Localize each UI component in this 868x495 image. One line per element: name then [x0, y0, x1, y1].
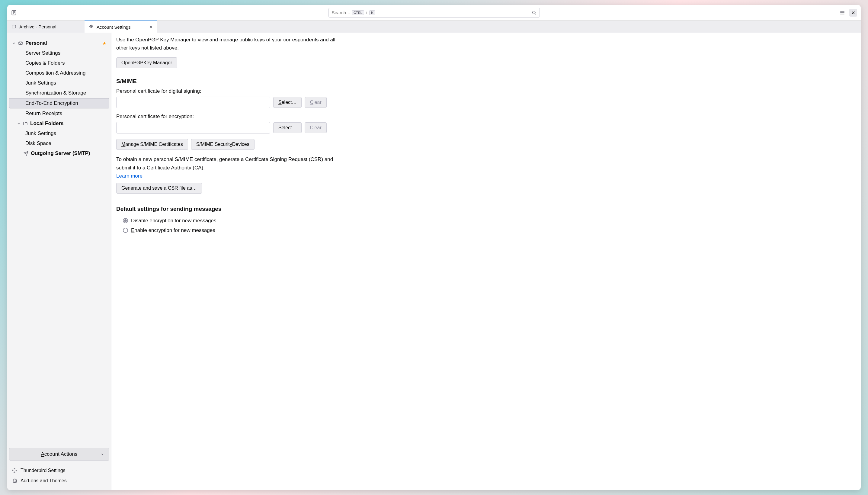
mail-icon — [18, 41, 23, 46]
signing-row: Select… Clear — [116, 97, 856, 108]
search-wrapper: Search… CTRL + K — [116, 8, 752, 18]
tab-archive-personal[interactable]: Archive - Personal — [7, 20, 85, 33]
folder-icon — [12, 24, 16, 29]
radio-label: Disable encryption for new messages — [131, 218, 216, 224]
radio-icon — [123, 218, 128, 223]
sidebar-item-return-receipts[interactable]: Return Receipts — [9, 109, 109, 118]
account-name: Local Folders — [30, 120, 64, 126]
tab-label: Account Settings — [97, 24, 131, 30]
tab-account-settings[interactable]: Account Settings — [85, 20, 157, 33]
titlebar-left — [11, 10, 114, 16]
clear-signing-button[interactable]: Clear — [305, 97, 326, 108]
generate-csr-button[interactable]: Generate and save a CSR file as… — [116, 183, 202, 193]
titlebar-right — [754, 9, 857, 17]
openpgp-key-manager-button[interactable]: OpenPGP Key Manager — [116, 57, 177, 68]
hamburger-icon[interactable] — [839, 10, 845, 15]
learn-more-link[interactable]: Learn more — [116, 173, 142, 179]
radio-disable-encryption[interactable]: Disable encryption for new messages — [116, 216, 856, 226]
search-placeholder: Search… CTRL + K — [332, 10, 532, 15]
csr-info-text: To obtain a new personal S/MIME certific… — [116, 155, 334, 172]
sidebar-item-sync-storage[interactable]: Synchronization & Storage — [9, 88, 109, 98]
close-icon — [851, 11, 855, 15]
link-label: Thunderbird Settings — [20, 468, 66, 473]
select-signing-button[interactable]: Select… — [273, 97, 301, 108]
signing-label: Personal certificate for digital signing… — [116, 88, 856, 94]
smime-heading: S/MIME — [116, 78, 856, 85]
gear-icon — [12, 468, 17, 473]
link-label: Add-ons and Themes — [20, 478, 67, 483]
manage-smime-button[interactable]: Manage S/MIME Certificates — [116, 139, 188, 150]
search-input[interactable]: Search… CTRL + K — [329, 8, 540, 18]
search-icon — [532, 10, 537, 15]
sidebar-item-e2e-encryption[interactable]: End-To-End Encryption — [9, 98, 109, 108]
encryption-cert-input[interactable] — [116, 122, 270, 134]
chevron-down-icon — [12, 41, 16, 45]
account-name: Outgoing Server (SMTP) — [31, 150, 90, 156]
window-close-button[interactable] — [849, 9, 857, 17]
addons-themes-link[interactable]: Add-ons and Themes — [9, 476, 109, 486]
account-smtp[interactable]: Outgoing Server (SMTP) — [9, 149, 109, 158]
sidebar-item-copies-folders[interactable]: Copies & Folders — [9, 58, 109, 68]
svg-line-5 — [535, 14, 536, 15]
radio-enable-encryption[interactable]: Enable encryption for new messages — [116, 226, 856, 235]
account-actions-button[interactable]: Account Actions — [9, 448, 109, 461]
sidebar-item-disk-space[interactable]: Disk Space — [9, 139, 109, 148]
thunderbird-settings-link[interactable]: Thunderbird Settings — [9, 465, 109, 476]
encryption-label: Personal certificate for encryption: — [116, 114, 856, 120]
tab-label: Archive - Personal — [19, 24, 56, 29]
content: Use the OpenPGP Key Manager to view and … — [111, 33, 861, 490]
openpgp-info-text: Use the OpenPGP Key Manager to view and … — [116, 36, 346, 52]
titlebar: Search… CTRL + K — [7, 5, 861, 20]
kbd-k: K — [369, 10, 375, 15]
folder-icon — [23, 121, 28, 126]
puzzle-icon — [12, 478, 17, 483]
sidebar-item-junk-settings[interactable]: Junk Settings — [9, 129, 109, 138]
svg-point-4 — [532, 11, 535, 14]
radio-label: Enable encryption for new messages — [131, 227, 215, 234]
account-local-folders[interactable]: Local Folders — [9, 119, 109, 129]
account-personal[interactable]: Personal ★ — [9, 38, 109, 48]
smime-btn-row: Manage S/MIME Certificates S/MIME Securi… — [116, 139, 856, 150]
btn-label: Account Actions — [41, 451, 77, 457]
sidebar-item-server-settings[interactable]: Server Settings — [9, 48, 109, 58]
send-icon — [23, 151, 29, 156]
app-window: Search… CTRL + K Archive - Personal Acco… — [7, 5, 861, 490]
select-encryption-button[interactable]: Select… — [273, 122, 301, 133]
chevron-down-icon — [101, 453, 104, 456]
star-icon: ★ — [103, 41, 106, 46]
signing-cert-input[interactable] — [116, 97, 270, 108]
tab-close-icon[interactable] — [149, 25, 153, 29]
kbd-ctrl: CTRL — [352, 10, 364, 15]
radio-icon — [123, 228, 128, 233]
chevron-down-icon — [17, 122, 20, 125]
account-name: Personal — [25, 40, 47, 46]
address-book-icon[interactable] — [11, 10, 17, 16]
tabstrip: Archive - Personal Account Settings — [7, 20, 861, 33]
default-settings-heading: Default settings for sending messages — [116, 206, 856, 212]
svg-point-17 — [14, 470, 15, 471]
settings-badge-icon — [89, 24, 93, 29]
encryption-row: Select… Clear — [116, 122, 856, 134]
sidebar: Personal ★ Server Settings Copies & Fold… — [7, 33, 111, 490]
search-placeholder-text: Search… — [332, 10, 351, 15]
sidebar-item-junk-settings[interactable]: Junk Settings — [9, 78, 109, 88]
account-tree: Personal ★ Server Settings Copies & Fold… — [9, 38, 109, 442]
kbd-plus: + — [365, 10, 368, 15]
sidebar-item-composition-addressing[interactable]: Composition & Addressing — [9, 68, 109, 78]
main: Personal ★ Server Settings Copies & Fold… — [7, 33, 861, 490]
smime-devices-button[interactable]: S/MIME Security Devices — [191, 139, 255, 150]
svg-rect-11 — [12, 25, 16, 28]
clear-encryption-button[interactable]: Clear — [305, 122, 326, 133]
